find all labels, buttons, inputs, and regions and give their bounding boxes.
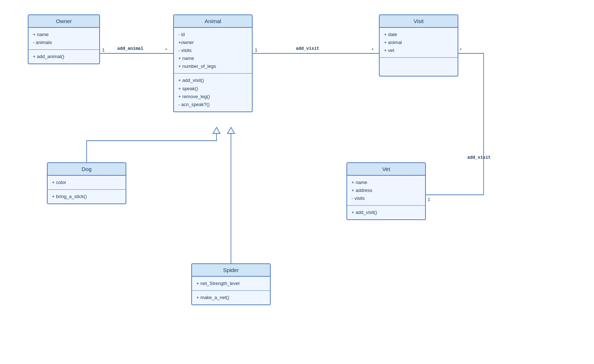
class-spider: Spider + net_Strength_level + make_a_net… <box>191 263 271 305</box>
attr-owner-name: + name <box>33 31 95 39</box>
class-dog-title: Dog <box>82 166 92 172</box>
class-dog-header: Dog <box>48 163 126 176</box>
mult-visit-right: * <box>460 47 462 53</box>
class-vet-title: Vet <box>382 166 390 172</box>
class-visit: Visit + date + animal + vet <box>379 14 458 76</box>
class-visit-header: Visit <box>380 15 458 28</box>
class-visit-attributes: + date + animal + vet <box>380 28 458 58</box>
method-animal-acn-speak: - acn_speak?() <box>178 101 248 109</box>
class-dog-methods: + bring_a_stick() <box>48 190 126 203</box>
attr-animal-owner: +owner <box>178 39 248 47</box>
attr-visit-animal: + animal <box>384 39 453 47</box>
class-vet-methods: + add_visit() <box>347 206 425 219</box>
class-spider-header: Spider <box>192 264 270 277</box>
method-animal-remove-leg: + remove_leg() <box>178 93 248 101</box>
mult-animal-visit-end: * <box>372 47 374 53</box>
class-vet-header: Vet <box>347 163 425 176</box>
label-add-visit-right: add_visit <box>467 155 491 160</box>
mult-vet-end: 1 <box>428 197 430 202</box>
attr-vet-visits: - visits <box>351 194 421 202</box>
class-animal-attributes: - id +owner - visits + name + number_of_… <box>174 28 252 74</box>
class-owner-methods: + add_animal() <box>29 50 99 63</box>
class-spider-attributes: + net_Strength_level <box>192 277 270 291</box>
class-owner: Owner + name - animals + add_animal() <box>28 14 100 64</box>
diagram-container: 1 * add_animal 1 * add_visit * 1 add_vis… <box>0 0 594 364</box>
class-owner-header: Owner <box>29 15 99 28</box>
class-dog: Dog + color + bring_a_stick() <box>47 162 126 204</box>
attr-spider-net-strength: + net_Strength_level <box>196 280 266 288</box>
class-animal-header: Animal <box>174 15 252 28</box>
mult-owner-animal-start: 1 <box>102 47 105 53</box>
attr-vet-address: + address <box>351 187 421 194</box>
class-animal-methods: + add_visit() + speak() + remove_leg() -… <box>174 74 252 111</box>
method-animal-add-visit: + add_visit() <box>178 76 248 84</box>
inherit-triangle-dog <box>213 127 220 133</box>
attr-visit-vet: + vet <box>384 47 453 54</box>
class-vet-attributes: + name + address - visits <box>347 176 425 206</box>
mult-owner-animal-end: * <box>165 47 167 53</box>
attr-animal-id: - id <box>178 31 248 39</box>
class-dog-attributes: + color <box>48 176 126 190</box>
attr-animal-legs: + number_of_legs <box>178 62 248 70</box>
class-visit-methods <box>380 58 458 76</box>
label-add-animal: add_animal <box>117 46 143 51</box>
attr-animal-visits: - visits <box>178 47 248 54</box>
class-owner-attributes: + name - animals <box>29 28 99 50</box>
method-animal-speak: + speak() <box>178 85 248 93</box>
class-animal-title: Animal <box>205 18 221 24</box>
attr-visit-date: + date <box>384 31 453 39</box>
attr-animal-name: + name <box>178 54 248 62</box>
method-owner-add-animal: + add_animal() <box>33 53 95 61</box>
class-spider-methods: + make_a_net() <box>192 291 270 304</box>
mult-animal-visit-start: 1 <box>255 47 257 53</box>
inherit-triangle-spider <box>227 127 235 133</box>
method-vet-add-visit: + add_visit() <box>351 209 421 216</box>
attr-owner-animals: - animals <box>33 39 95 47</box>
class-vet: Vet + name + address - visits + add_visi… <box>346 162 426 220</box>
label-add-visit-top: add_visit <box>296 46 319 51</box>
method-spider-make-net: + make_a_net() <box>196 294 266 302</box>
class-spider-title: Spider <box>223 267 239 273</box>
class-visit-title: Visit <box>414 18 424 24</box>
class-owner-title: Owner <box>56 18 72 24</box>
attr-vet-name: + name <box>351 179 421 187</box>
method-dog-bring-stick: + bring_a_stick() <box>52 193 121 201</box>
class-animal: Animal - id +owner - visits + name + num… <box>173 14 253 112</box>
attr-dog-color: + color <box>52 179 121 187</box>
